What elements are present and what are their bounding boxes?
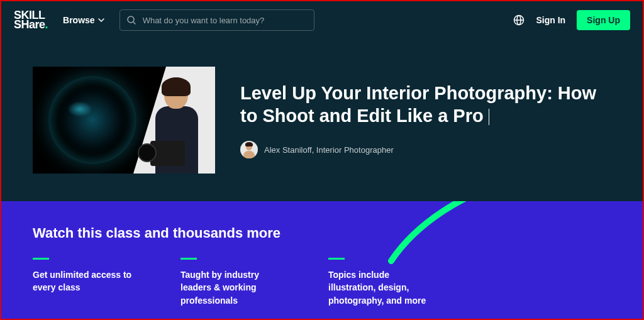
feature-text: Get unlimited access to every class xyxy=(33,268,143,294)
cursor-icon xyxy=(489,109,489,125)
instructor-name: Alex Staniloff, Interior Photographer xyxy=(264,145,394,155)
search-input[interactable] xyxy=(143,16,308,25)
logo-line-2: SHare. xyxy=(14,20,48,30)
instructor-avatar xyxy=(240,141,258,158)
sign-in-link[interactable]: Sign In xyxy=(536,15,565,25)
chevron-down-icon xyxy=(98,18,104,22)
search-box[interactable] xyxy=(119,9,314,31)
feature-item: Taught by industry leaders & working pro… xyxy=(180,258,291,307)
search-icon xyxy=(126,15,136,25)
feature-item: Topics include illustration, design, pho… xyxy=(328,258,438,307)
class-thumbnail[interactable] xyxy=(33,67,215,174)
feature-text: Topics include illustration, design, pho… xyxy=(328,268,438,307)
accent-line xyxy=(328,258,345,260)
svg-line-1 xyxy=(133,22,135,24)
site-header: SKILL SHare. Browse Sign In Sign Up xyxy=(1,1,643,39)
accent-line xyxy=(180,258,197,260)
class-title: Level Up Your Interior Photography: How … xyxy=(240,82,611,128)
browse-label: Browse xyxy=(63,15,95,25)
hero-section: Level Up Your Interior Photography: How … xyxy=(1,39,643,201)
header-right: Sign In Sign Up xyxy=(513,10,630,30)
instructor-row[interactable]: Alex Staniloff, Interior Photographer xyxy=(240,141,611,158)
globe-icon[interactable] xyxy=(513,14,525,26)
features-grid: Get unlimited access to every class Taug… xyxy=(33,258,611,307)
feature-text: Taught by industry leaders & working pro… xyxy=(180,268,291,307)
features-section: Watch this class and thousands more Get … xyxy=(1,201,643,320)
features-title: Watch this class and thousands more xyxy=(33,225,611,241)
sign-up-button[interactable]: Sign Up xyxy=(577,10,630,30)
accent-line xyxy=(33,258,49,260)
logo[interactable]: SKILL SHare. xyxy=(14,11,48,30)
hero-content: Level Up Your Interior Photography: How … xyxy=(240,82,611,159)
thumbnail-person xyxy=(144,76,210,174)
browse-menu[interactable]: Browse xyxy=(63,15,104,25)
feature-item: Get unlimited access to every class xyxy=(33,258,143,307)
thumbnail-lens-graphic xyxy=(48,76,136,164)
